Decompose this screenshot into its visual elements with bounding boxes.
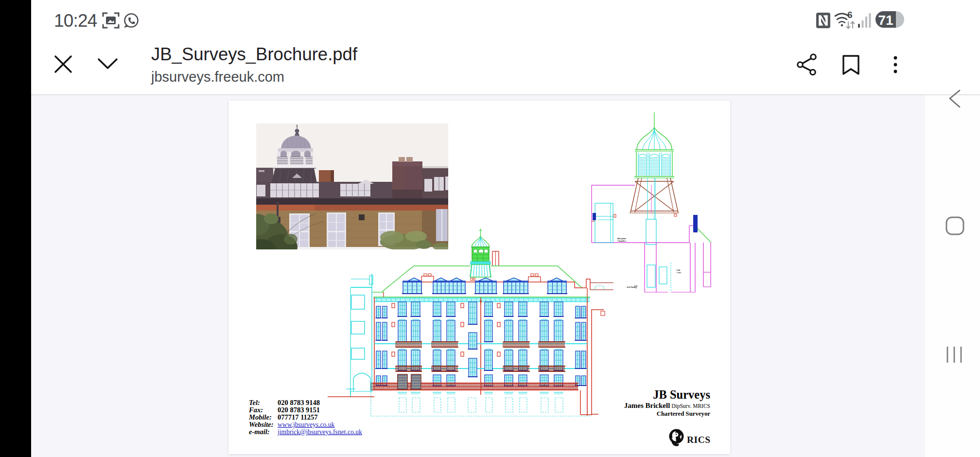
svg-text:JB_Surveys_Brochure.pdf: JB_Surveys_Brochure.pdf: [151, 44, 358, 64]
svg-text:6: 6: [847, 10, 853, 20]
svg-text:71: 71: [878, 13, 893, 28]
svg-text:jbsurveys.freeuk.com: jbsurveys.freeuk.com: [151, 69, 284, 85]
svg-text:10:24: 10:24: [54, 11, 97, 31]
